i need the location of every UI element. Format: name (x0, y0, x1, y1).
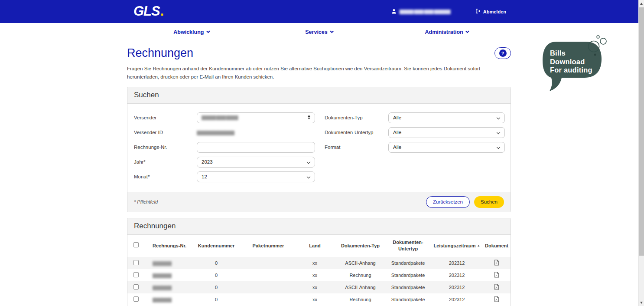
promo-badge-text: Bills Download For auditing (550, 49, 592, 75)
chevron-down-icon (307, 160, 310, 164)
row-checkbox[interactable] (133, 284, 139, 290)
dokumenten-untertyp-label: Dokumenten-Untertyp (325, 130, 388, 135)
versender-id-redacted: ████████████████ (197, 131, 234, 135)
help-button[interactable]: ? (494, 47, 511, 59)
cell-paketnummer (242, 281, 294, 293)
search-panel-title: Suchen (127, 87, 511, 104)
cell-kundennummer: 0 (190, 269, 242, 281)
logout-button[interactable]: Abmelden (475, 9, 506, 14)
updown-icon (308, 115, 310, 119)
dokumenten-typ-label: Dokumenten-Typ (325, 115, 388, 120)
main-content: Rechnungen ? Fragen Sie Rechnungen anhan… (127, 43, 511, 306)
chevron-down-icon (497, 116, 500, 119)
col-dokument[interactable]: Dokument (483, 235, 511, 257)
monat-select[interactable]: 12 (197, 171, 315, 182)
monat-label: Monat* (134, 174, 197, 179)
cell-paketnummer (242, 257, 294, 269)
versender-label: Versender (134, 115, 197, 120)
logout-icon (475, 9, 481, 14)
col-dokumenten-untertyp[interactable]: Dokumenten-Untertyp (385, 235, 431, 257)
row-checkbox[interactable] (133, 296, 139, 302)
versender-id-value: ████████████████ (197, 130, 315, 135)
select-all-checkbox[interactable] (133, 242, 139, 247)
col-kundennummer[interactable]: Kundennummer (190, 235, 242, 257)
promo-badge: Bills Download For auditing (541, 34, 611, 95)
jahr-select[interactable]: 2023 (197, 157, 315, 168)
cell-dokumenten-untertyp: Standardpakete (385, 269, 431, 281)
cell-dokumenten-typ: ASCII-Anhang (335, 257, 385, 269)
search-button[interactable]: Suchen (474, 196, 504, 208)
sort-asc-icon: ▲ (477, 244, 480, 247)
dokumenten-typ-select[interactable]: Alle (388, 112, 505, 123)
topbar: GLS. ██████ ████ ████ ███████ Abmelden (0, 0, 638, 23)
dokumenten-untertyp-select[interactable]: Alle (388, 127, 505, 138)
table-row: ████████ 0 xx Rechnung Standardpakete 20… (127, 269, 511, 281)
page-title: Rechnungen (127, 46, 193, 60)
document-file-icon[interactable] (494, 284, 499, 291)
user-name-redacted: ██████ ████ ████ ███████ (399, 10, 450, 14)
cell-leistungszeitraum: 202312 (431, 293, 483, 306)
nav-item-services[interactable]: Services (305, 29, 333, 35)
col-rechnungs-nr[interactable]: Rechnungs-Nr. (145, 235, 190, 257)
invoices-panel-title: Rechnungen (127, 218, 511, 235)
gls-logo-text: GLS (133, 3, 160, 19)
col-dokumenten-typ[interactable]: Dokumenten-Typ (335, 235, 385, 257)
cell-paketnummer (242, 269, 294, 281)
cell-kundennummer: 0 (190, 281, 242, 293)
nav-label: Administration (425, 29, 463, 35)
col-label: Leistungszeitraum (433, 243, 475, 248)
rechnungs-nr-redacted: ████████ (153, 261, 171, 266)
document-file-icon[interactable] (494, 272, 499, 279)
logout-label: Abmelden (483, 9, 506, 14)
cell-kundennummer: 0 (190, 257, 242, 269)
reset-button[interactable]: Zurücksetzen (426, 196, 470, 208)
cell-paketnummer (242, 293, 294, 306)
gls-logo-dot: . (160, 3, 164, 19)
cell-land: xx (294, 257, 335, 269)
table-row: ████████ 0 xx ASCII-Anhang Standardpaket… (127, 281, 511, 293)
cell-dokumenten-untertyp: Standardpakete (385, 293, 431, 306)
format-select[interactable]: Alle (388, 142, 505, 153)
rechnungs-nr-redacted: ████████ (153, 273, 171, 278)
vertical-scrollbar[interactable] (638, 0, 644, 306)
cell-dokumenten-typ: ASCII-Anhang (335, 281, 385, 293)
format-value: Alle (393, 145, 401, 150)
versender-value-redacted: ██████ ████ █████ (202, 115, 238, 120)
rechnungs-nr-redacted: ████████ (153, 286, 171, 290)
col-land[interactable]: Land (294, 235, 335, 257)
document-file-icon[interactable] (494, 296, 499, 303)
nav-item-abwicklung[interactable]: Abwicklung (173, 29, 209, 35)
user-account[interactable]: ██████ ████ ████ ███████ (391, 9, 450, 15)
row-checkbox[interactable] (133, 260, 139, 265)
scrollbar-thumb[interactable] (639, 7, 644, 256)
cell-land: xx (294, 293, 335, 306)
badge-line: For auditing (550, 66, 592, 75)
gls-logo: GLS. (133, 3, 163, 19)
scroll-up-icon[interactable] (640, 3, 643, 5)
chevron-down-icon (206, 30, 210, 33)
versender-select[interactable]: ██████ ████ █████ (197, 112, 315, 123)
chevron-down-icon (465, 30, 469, 33)
table-row: ████████ 0 xx ASCII-Anhang Standardpaket… (127, 257, 511, 269)
invoices-panel: Rechnungen Rechnungs-Nr. Kundennummer Pa… (127, 218, 511, 306)
col-leistungszeitraum[interactable]: Leistungszeitraum▲ (431, 235, 483, 257)
cell-leistungszeitraum: 202312 (431, 269, 483, 281)
jahr-label: Jahr* (134, 159, 197, 165)
cell-land: xx (294, 281, 335, 293)
user-icon (391, 9, 397, 15)
row-checkbox[interactable] (133, 272, 139, 277)
versender-id-label: Versender ID (134, 130, 197, 135)
dokumenten-untertyp-value: Alle (393, 130, 401, 135)
nav-label: Abwicklung (173, 29, 204, 35)
rechnungsnr-input[interactable] (197, 142, 315, 153)
chevron-down-icon (330, 30, 333, 33)
col-paketnummer[interactable]: Paketnummer (242, 235, 294, 257)
dokumenten-typ-value: Alle (393, 115, 401, 120)
nav-item-administration[interactable]: Administration (425, 29, 468, 35)
scroll-down-icon[interactable] (640, 302, 643, 304)
document-file-icon[interactable] (494, 260, 499, 267)
cell-dokumenten-typ: Rechnung (335, 269, 385, 281)
table-header-row: Rechnungs-Nr. Kundennummer Paketnummer L… (127, 235, 511, 257)
chevron-down-icon (307, 175, 310, 178)
jahr-value: 2023 (202, 159, 213, 165)
